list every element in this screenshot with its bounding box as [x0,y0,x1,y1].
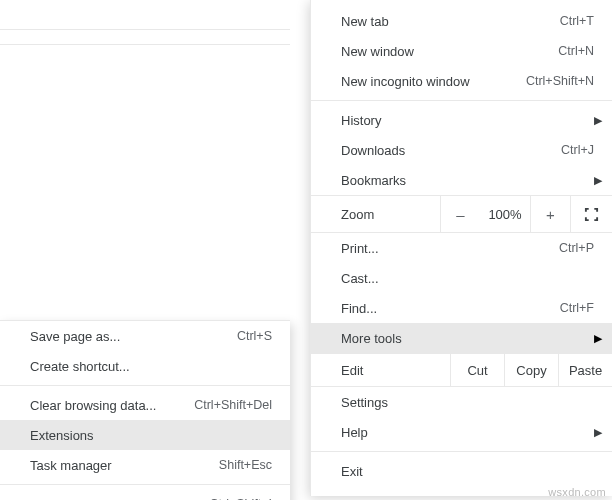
plus-icon: + [546,206,555,223]
zoom-label: Zoom [341,207,440,222]
separator [0,484,290,485]
menu-label: Save page as... [30,329,237,344]
cut-button[interactable]: Cut [450,354,504,386]
menu-label: Clear browsing data... [30,398,194,413]
chevron-right-icon: ▶ [594,174,602,187]
chrome-main-menu: New tab Ctrl+T New window Ctrl+N New inc… [310,0,612,496]
menu-label: Bookmarks [341,173,594,188]
menu-exit[interactable]: Exit [311,456,612,486]
submenu-extensions[interactable]: Extensions [0,420,290,450]
menu-shortcut: Shift+Esc [219,458,272,472]
submenu-create-shortcut[interactable]: Create shortcut... [0,351,290,381]
submenu-save-page[interactable]: Save page as... Ctrl+S [0,321,290,351]
menu-label: Downloads [341,143,561,158]
fullscreen-button[interactable] [570,196,612,232]
menu-shortcut: Ctrl+N [558,44,594,58]
menu-label: More tools [341,331,594,346]
menu-label: Cast... [341,271,594,286]
fullscreen-icon [584,207,599,222]
menu-cast[interactable]: Cast... [311,263,612,293]
chevron-right-icon: ▶ [594,426,602,439]
chevron-right-icon: ▶ [594,332,602,345]
menu-label: Print... [341,241,559,256]
menu-shortcut: Ctrl+T [560,14,594,28]
menu-label: New incognito window [341,74,526,89]
menu-help[interactable]: Help ▶ [311,417,612,447]
separator [311,100,612,101]
menu-shortcut: Ctrl+P [559,241,594,255]
menu-label: Create shortcut... [30,359,272,374]
paste-button[interactable]: Paste [558,354,612,386]
more-tools-submenu: Save page as... Ctrl+S Create shortcut..… [0,320,290,500]
toolbar-fragment-2 [0,35,290,45]
zoom-in-button[interactable]: + [530,196,570,232]
menu-history[interactable]: History ▶ [311,105,612,135]
submenu-developer-tools[interactable]: Developer tools Ctrl+Shift+I [0,489,290,500]
menu-edit-row: Edit Cut Copy Paste [311,353,612,387]
menu-shortcut: Ctrl+Shift+N [526,74,594,88]
menu-new-incognito[interactable]: New incognito window Ctrl+Shift+N [311,66,612,96]
menu-label: Task manager [30,458,219,473]
chevron-right-icon: ▶ [594,114,602,127]
separator [311,451,612,452]
watermark: wsxdn.com [548,486,606,498]
zoom-percent: 100% [480,207,530,222]
menu-label: Exit [341,464,594,479]
menu-label: Extensions [30,428,272,443]
menu-label: New window [341,44,558,59]
menu-label: Settings [341,395,594,410]
submenu-task-manager[interactable]: Task manager Shift+Esc [0,450,290,480]
menu-shortcut: Ctrl+J [561,143,594,157]
menu-bookmarks[interactable]: Bookmarks ▶ [311,165,612,195]
copy-button[interactable]: Copy [504,354,558,386]
menu-label: New tab [341,14,560,29]
separator [0,385,290,386]
edit-label: Edit [341,363,450,378]
menu-more-tools[interactable]: More tools ▶ [311,323,612,353]
zoom-out-button[interactable]: – [440,196,480,232]
menu-settings[interactable]: Settings [311,387,612,417]
menu-label: History [341,113,594,128]
menu-label: Developer tools [30,497,209,501]
menu-zoom-row: Zoom – 100% + [311,195,612,233]
menu-new-tab[interactable]: New tab Ctrl+T [311,6,612,36]
page-blank-area [0,46,290,320]
menu-label: Find... [341,301,560,316]
menu-label: Help [341,425,594,440]
menu-find[interactable]: Find... Ctrl+F [311,293,612,323]
menu-shortcut: Ctrl+Shift+Del [194,398,272,412]
menu-new-window[interactable]: New window Ctrl+N [311,36,612,66]
menu-shortcut: Ctrl+S [237,329,272,343]
minus-icon: – [456,206,464,223]
toolbar-fragment-top [0,0,290,30]
menu-shortcut: Ctrl+F [560,301,594,315]
menu-downloads[interactable]: Downloads Ctrl+J [311,135,612,165]
submenu-clear-data[interactable]: Clear browsing data... Ctrl+Shift+Del [0,390,290,420]
menu-print[interactable]: Print... Ctrl+P [311,233,612,263]
